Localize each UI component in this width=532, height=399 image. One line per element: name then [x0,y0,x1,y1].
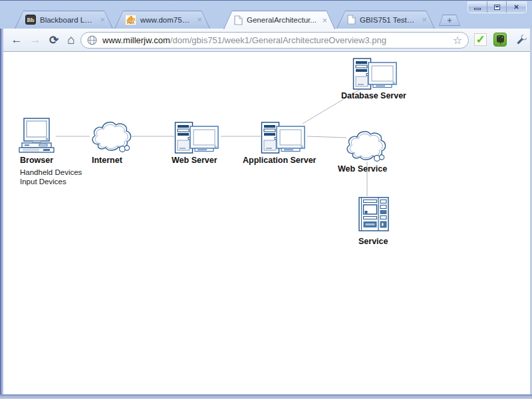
evernote-extension-button[interactable] [493,33,507,47]
minimize-icon [474,8,481,10]
window-frame-bottom [0,394,532,399]
tab-close-icon[interactable]: × [420,15,428,24]
node-label-web-service: Web Service [338,164,387,174]
minimize-button[interactable] [468,1,487,13]
node-sublabel-input-devices: Input Devices [20,178,66,186]
node-label-service: Service [358,237,388,246]
page-icon [347,15,356,25]
back-icon: ← [11,33,23,47]
service-rack-icon [359,198,388,231]
web-server-icon [176,122,219,153]
svg-text:PMA: PMA [127,21,135,25]
browser-window: ✕ Bb Blackboard Learn × PMA www.dom751.c… [0,0,532,399]
node-label-browser: Browser [20,156,53,165]
tab-title: www.dom751.com ... [140,16,192,24]
checkbox-extension-button[interactable]: ✓ [474,33,487,46]
wrench-menu-button[interactable] [514,33,529,47]
web-service-cloud-icon [347,132,385,162]
node-label-database-server: Database Server [341,91,406,100]
maximize-button[interactable] [487,1,507,13]
url-text: www.millerjw.com/dom/gbis751/week1/Gener… [102,35,447,45]
forward-button[interactable]: → [27,31,44,49]
database-server-icon [354,59,397,89]
maximize-icon [494,5,500,10]
url-path: /dom/gbis751/week1/GeneralArchitectureOv… [170,35,386,45]
tab-dom751[interactable]: PMA www.dom751.com ... × [114,11,210,29]
blackboard-bb-icon: Bb [25,15,36,25]
bookmark-star-icon[interactable]: ☆ [447,35,468,46]
tab-blackboard-learn[interactable]: Bb Blackboard Learn × [15,11,113,29]
node-sublabel-handheld-devices: Handheld Devices [20,168,82,176]
tab-title: Blackboard Learn [40,16,94,24]
line-appserver-webservice [307,136,346,138]
forward-icon: → [30,33,41,47]
browser-toolbar: ← → ⟳ ⌂ www.millerjw.com/dom/gbis751/wee… [1,29,531,52]
phpmyadmin-pma-icon: PMA [125,15,136,25]
node-label-application-server: Application Server [243,156,316,165]
tab-title: GBIS751 Test Page [360,16,416,24]
architecture-diagram: Browser Handheld Devices Input Devices I… [3,52,530,394]
page-icon [234,15,243,25]
window-frame-left [0,29,3,399]
home-icon: ⌂ [67,33,74,47]
url-host: www.millerjw.com [102,35,170,45]
tab-gbis751-test-page[interactable]: GBIS751 Test Page × [336,11,435,29]
back-button[interactable]: ← [8,31,25,49]
internet-cloud-icon [92,122,130,152]
diagram-canvas [3,52,530,395]
tab-title: GeneralArchitectur... [247,16,317,24]
tab-close-icon[interactable]: × [98,15,106,24]
tab-close-icon[interactable]: × [321,16,329,25]
tab-close-icon[interactable]: × [196,15,203,24]
check-icon: ✓ [475,35,485,45]
address-bar[interactable]: www.millerjw.com/dom/gbis751/week1/Gener… [80,32,469,49]
wrench-icon [515,33,528,47]
browser-computer-icon [19,118,54,152]
close-icon: ✕ [513,4,519,11]
home-button[interactable]: ⌂ [63,31,80,49]
new-tab-button[interactable]: + [439,15,460,26]
globe-icon [87,35,97,45]
reload-icon: ⟳ [49,33,59,47]
tab-general-architecture-active[interactable]: GeneralArchitectur... × [223,11,335,29]
node-label-web-server: Web Server [172,156,217,165]
window-controls: ✕ [467,1,527,13]
close-button[interactable]: ✕ [507,1,526,13]
node-label-internet: Internet [92,156,122,165]
reload-button[interactable]: ⟳ [45,31,63,49]
application-server-icon [262,122,305,153]
page-content: Browser Handheld Devices Input Devices I… [3,52,530,394]
evernote-elephant-icon [495,35,505,45]
